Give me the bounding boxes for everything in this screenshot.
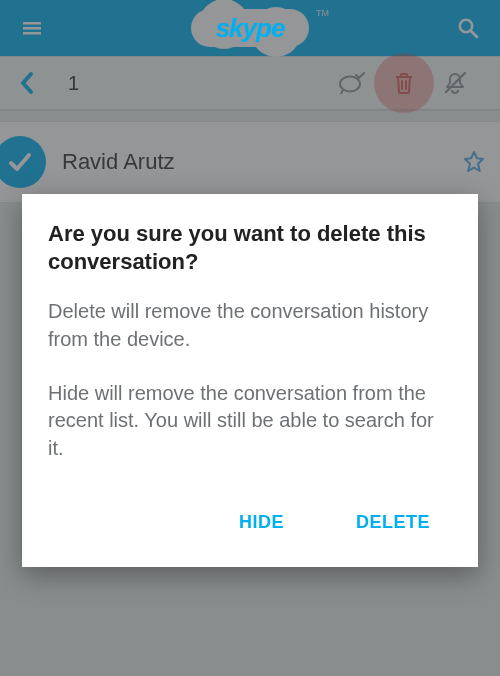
dialog-body-hide: Hide will remove the conversation from t…	[48, 380, 452, 463]
delete-button-label: DELETE	[356, 512, 430, 532]
skype-logo-text: skype	[185, 6, 315, 50]
dialog-body: Delete will remove the conversation hist…	[48, 298, 452, 462]
dialog-title: Are you sure you want to delete this con…	[48, 220, 452, 276]
hide-button[interactable]: HIDE	[221, 498, 302, 547]
dialog-body-delete: Delete will remove the conversation hist…	[48, 298, 452, 353]
dialog-actions: HIDE DELETE	[48, 498, 452, 547]
delete-conversation-dialog: Are you sure you want to delete this con…	[22, 194, 478, 567]
delete-button[interactable]: DELETE	[338, 498, 448, 547]
